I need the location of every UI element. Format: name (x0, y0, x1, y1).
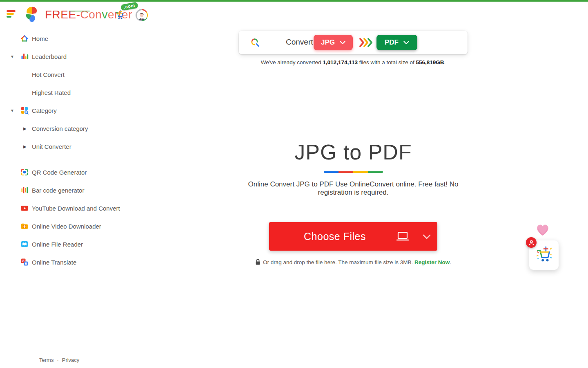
sidebar-item-highest-rated[interactable]: Highest Rated (0, 83, 108, 101)
sidebar-item-unit-converter[interactable]: ▶ Unit Converter (0, 137, 108, 155)
sidebar: Home ▼ Leaderboard Hot Convert Highest R… (0, 28, 108, 368)
leaderboard-icon (20, 52, 29, 61)
sidebar-label: Leaderboard (32, 53, 67, 60)
terms-link[interactable]: Terms (39, 357, 53, 363)
sidebar-item-home[interactable]: Home (0, 29, 108, 47)
video-downloader-icon (20, 222, 29, 230)
register-now-link[interactable]: Register Now (414, 259, 450, 265)
svg-text:B: B (25, 262, 27, 265)
avatar-portrait (137, 10, 147, 20)
avatar-icon[interactable] (136, 9, 148, 21)
to-format-select[interactable]: PDF (376, 35, 417, 50)
home-icon (20, 34, 29, 43)
page-subtitle: Online Convert JPG to PDF Use OnlineConv… (239, 180, 468, 197)
convert-bar: Convert JPG PDF (239, 31, 468, 54)
sidebar-label: Online Translate (32, 259, 76, 266)
page-title: JPG to PDF (239, 140, 468, 164)
heart-icon (535, 222, 550, 237)
sidebar-footer: Terms·Privacy (39, 357, 79, 363)
title-divider (324, 171, 383, 173)
cart-confetti-icon (535, 246, 553, 265)
header: FREE-Converter .com (0, 2, 588, 28)
category-icon (20, 106, 29, 114)
menu-icon[interactable] (7, 10, 17, 19)
translate-icon: A B (20, 258, 29, 266)
brand-overline (69, 11, 90, 11)
chevron-down-icon[interactable] (423, 234, 431, 239)
to-format-value: PDF (385, 38, 399, 47)
sidebar-item-file-reader[interactable]: Online File Reader (0, 235, 108, 253)
choose-files-button[interactable]: Choose Files (269, 222, 437, 251)
sidebar-item-youtube-download[interactable]: YouTube Download and Convert (0, 199, 108, 217)
choose-files-label: Choose Files (269, 222, 401, 251)
sidebar-label: Online File Reader (32, 241, 83, 248)
page: FREE-Converter .com (0, 0, 588, 368)
main-content: Convert JPG PDF We've already converted … (239, 28, 468, 265)
qr-code-icon (20, 168, 29, 176)
chevron-down-icon (403, 41, 409, 45)
youtube-icon (20, 204, 29, 212)
caret-right-icon: ▶ (23, 144, 27, 149)
sidebar-item-conversion-category[interactable]: ▶ Conversion category (0, 119, 108, 137)
footer-separator: · (57, 357, 58, 363)
sidebar-label: QR Code Generator (32, 169, 87, 176)
triple-chevron-icon (359, 38, 373, 47)
sidebar-item-barcode-generator[interactable]: Bar code generator (0, 181, 108, 199)
sidebar-divider (0, 158, 108, 158)
sidebar-label: Conversion category (32, 125, 88, 132)
chevron-down-icon (340, 41, 345, 45)
sidebar-label: YouTube Download and Convert (32, 205, 120, 212)
brand-logo-mark-icon (23, 5, 42, 24)
barcode-icon (20, 186, 29, 194)
sidebar-label: Category (32, 107, 57, 114)
search-icon[interactable] (249, 38, 260, 48)
caret-down-icon: ▼ (10, 108, 15, 113)
convert-label: Convert (286, 38, 313, 47)
sidebar-label: Home (32, 35, 48, 42)
sidebar-label: Hot Convert (32, 71, 65, 78)
cart-plus-icon[interactable] (114, 10, 125, 20)
from-format-value: JPG (321, 38, 335, 47)
sidebar-item-leaderboard[interactable]: ▼ Leaderboard (0, 47, 108, 65)
total-size: 556,819GB (416, 59, 444, 65)
sidebar-label: Unit Converter (32, 143, 71, 150)
sidebar-label: Highest Rated (32, 89, 71, 96)
from-format-select[interactable]: JPG (314, 35, 353, 50)
sidebar-item-video-downloader[interactable]: Online Video Downloader (0, 217, 108, 235)
caret-down-icon: ▼ (10, 54, 15, 59)
caret-right-icon: ▶ (23, 126, 27, 131)
file-reader-icon (20, 240, 29, 248)
user-badge-icon[interactable] (526, 237, 537, 248)
sidebar-label: Online Video Downloader (32, 223, 101, 230)
drag-drop-hint: Or drag and drop the file here. The maxi… (239, 259, 468, 265)
sidebar-item-category[interactable]: ▼ Category (0, 101, 108, 119)
sidebar-item-qr-code-generator[interactable]: QR Code Generator (0, 163, 108, 181)
files-count: 1,012,174,113 (323, 59, 358, 65)
privacy-link[interactable]: Privacy (62, 357, 80, 363)
sidebar-item-online-translate[interactable]: A B Online Translate (0, 253, 108, 271)
lock-icon (255, 259, 261, 265)
conversion-stats: We've already converted 1,012,174,113 fi… (239, 59, 468, 65)
sidebar-item-hot-convert[interactable]: Hot Convert (0, 65, 108, 83)
sidebar-label: Bar code generator (32, 187, 84, 194)
laptop-icon[interactable] (396, 231, 409, 242)
